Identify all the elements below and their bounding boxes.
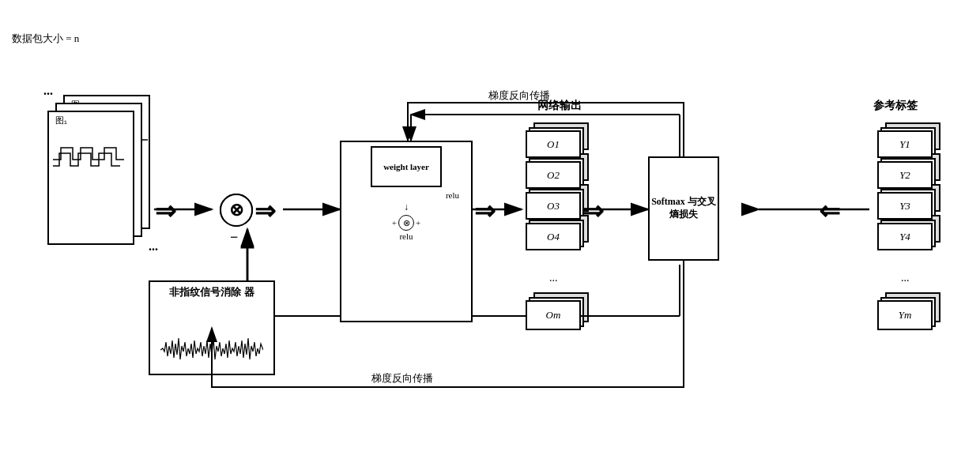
noise-signal xyxy=(160,326,263,370)
ref-dots: ··· xyxy=(901,275,910,288)
img1-label: 图₁ xyxy=(55,115,67,126)
diagram: 数据包大小 = n 图₂ 图₁ ··· · xyxy=(0,0,980,474)
out-o4: O4 xyxy=(526,223,581,250)
softmax-box: Softmax 与交叉 熵损失 xyxy=(648,156,719,261)
plus-bottom: + xyxy=(392,218,397,228)
multiply-symbol: ⊗ xyxy=(229,200,243,220)
out-o1: O1 xyxy=(526,130,581,158)
multiply-bottom: ⊗ xyxy=(398,215,414,231)
ref-y3: Y3 xyxy=(877,192,933,220)
down-arrow-2: ↓ xyxy=(404,201,409,213)
arrow-from-ref: ⇒ xyxy=(822,196,840,226)
arrow-input: ⇒ xyxy=(155,196,173,226)
gradient-top-label: 梯度反向传播 xyxy=(488,88,550,103)
feature-extractor-box: 特征提取器 x ↓ weight layer relu ↓ weight lay… xyxy=(340,141,473,322)
softmax-label: Softmax 与交叉 熵损失 xyxy=(650,196,718,220)
arrow-to-output: ⇒ xyxy=(474,196,492,226)
relu-2-label: relu xyxy=(399,231,413,241)
page-front: 图₁ xyxy=(47,111,134,245)
image-stack: 图₂ 图₁ ··· ··· xyxy=(47,95,150,253)
reference-label-title: 参考标签 xyxy=(873,99,918,113)
non-fingerprint-label: 非指纹信号消除 器 xyxy=(169,286,254,299)
dots-br: ··· xyxy=(149,243,158,257)
arrow-to-softmax: ⇒ xyxy=(582,196,601,226)
out-om: Om xyxy=(526,300,581,330)
arrow-to-feat: ⇒ xyxy=(254,196,273,226)
ref-ym-container: Ym xyxy=(877,300,933,330)
plus-bottom2: + xyxy=(416,218,420,228)
ref-y1: Y1 xyxy=(877,130,933,158)
ref-y2: Y2 xyxy=(877,161,933,189)
output-dots: ··· xyxy=(549,275,558,288)
weight-layer-2-box: weight layer xyxy=(371,146,442,187)
non-fingerprint-box: 非指纹信号消除 器 xyxy=(149,280,275,375)
out-o2: O2 xyxy=(526,161,581,189)
dots-tl: ··· xyxy=(43,87,53,101)
gradient-bottom-label: 梯度反向传播 xyxy=(371,371,433,386)
ref-y4: Y4 xyxy=(877,223,933,250)
output-om-container: Om xyxy=(526,300,581,330)
relu-1-label: relu xyxy=(446,190,459,200)
output-stack: O1 O2 O3 O4 xyxy=(526,130,581,254)
out-o3: O3 xyxy=(526,192,581,220)
bottom-ops: + ⊗ + xyxy=(392,215,420,231)
multiply-node: ⊗ xyxy=(220,194,253,227)
ref-ym: Ym xyxy=(877,300,933,330)
minus-label: − xyxy=(230,229,238,246)
reference-stack: Y1 Y2 Y3 Y4 xyxy=(877,130,933,254)
batch-size-label: 数据包大小 = n xyxy=(12,32,79,46)
